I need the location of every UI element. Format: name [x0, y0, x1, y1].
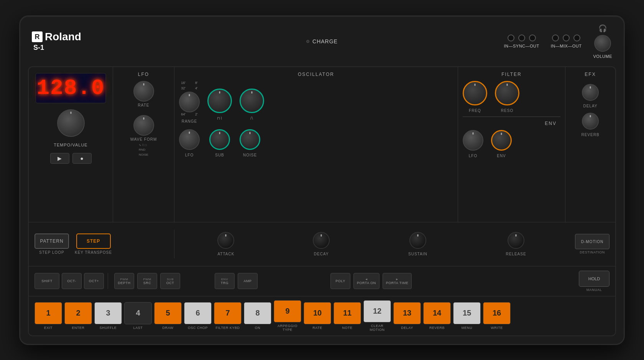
func-row: SHIFT OCT- OCT+ PWM DEPTH PWM SRC	[29, 266, 615, 296]
led-display: 128.0	[35, 73, 106, 104]
env-sustain-knob[interactable]	[409, 232, 426, 249]
osc-top: 16' 8' 32' 4' 64' 2' RANGE	[179, 81, 453, 123]
osc-wave1-knob[interactable]	[207, 89, 232, 113]
oct-minus-button[interactable]: OCT-	[62, 273, 82, 289]
env-release-knob[interactable]	[508, 232, 524, 249]
step-btn-cap-1: 1	[34, 302, 62, 324]
pwm-depth-button[interactable]: PWM DEPTH	[114, 273, 134, 289]
efx-reverb-knob[interactable]	[582, 113, 599, 130]
model-name: S-1	[33, 44, 81, 52]
step-button-2[interactable]: 2ENTER	[64, 302, 92, 330]
env-knobs-area: ATTACK DECAY SUSTAIN RELEASE	[174, 228, 569, 260]
lfo-rate-knob[interactable]	[133, 81, 154, 102]
sub-oct-button[interactable]: SUB OCT	[160, 273, 180, 289]
step-btn-cap-13: 13	[393, 302, 421, 324]
pattern-btn-wrap: PATTERN STEP LOOP	[34, 233, 69, 255]
step-button-3[interactable]: 3SHUFFLE	[94, 302, 122, 330]
volume-label: VOLUME	[593, 54, 612, 59]
efx-reverb-container: REVERB	[581, 113, 599, 137]
filter-lfo-label: LFO	[469, 154, 477, 158]
osc-range-knob[interactable]	[179, 92, 200, 112]
step-btn-label-7: FILTER KYBD	[216, 326, 240, 330]
step-button-5[interactable]: 5DRAW	[154, 302, 182, 330]
wf-rnd: RND	[139, 148, 148, 153]
osc-lfo-container: LFO	[179, 129, 200, 157]
step-button-16[interactable]: 16WRITE	[483, 302, 511, 330]
step-btn-cap-10: 10	[304, 302, 331, 324]
step-button-15[interactable]: 15MENU	[453, 302, 481, 330]
step-btn-label-5: DRAW	[162, 326, 173, 330]
waveform-label: WAVE FORM	[130, 137, 157, 141]
stop-button[interactable]: ●	[72, 153, 92, 164]
oscillator-section: OSCILLATOR 16' 8' 32' 4'	[174, 67, 458, 222]
step-button-10[interactable]: 10RATE	[304, 302, 331, 330]
osc-noise-label: NOISE	[243, 153, 257, 157]
osc-wave2-knobs: /\	[240, 89, 264, 120]
amp-button[interactable]: AMP	[238, 273, 258, 289]
play-button[interactable]: ▶	[50, 153, 69, 164]
sub-oct-label: OCT	[166, 281, 174, 285]
osc-lfo-knob[interactable]	[179, 129, 200, 150]
dmotion-button[interactable]: D-MOTION	[575, 234, 610, 249]
charge-led	[306, 40, 309, 43]
step-button-14[interactable]: 14REVERB	[423, 302, 451, 330]
step-button-8[interactable]: 8ON	[244, 302, 271, 330]
oct-plus-button[interactable]: OCT+	[84, 273, 104, 289]
dmotion-area: D-MOTION DESTINATION	[569, 234, 615, 254]
tempo-knob[interactable]	[57, 109, 85, 137]
ports-area: IN—SYNC—OUT IN—MIX—OUT 🎧 VOLUME	[504, 16, 612, 66]
shift-area: SHIFT OCT- OCT+	[34, 273, 108, 289]
hold-button[interactable]: HOLD	[579, 271, 610, 287]
efx-reverb-label: REVERB	[581, 133, 599, 137]
destination-label: DESTINATION	[580, 250, 605, 254]
osc-sub-knob[interactable]	[209, 129, 230, 150]
filter-freq-knob[interactable]	[463, 81, 487, 105]
lfo-section: LFO RATE WAVE FORM ∿ ⌇ □ RND NOISE	[113, 67, 174, 222]
porta-time-button[interactable]: ► PORTA TIME	[383, 273, 412, 289]
step-btn-label-1: EXIT	[44, 326, 53, 330]
step-btn-cap-12: 12	[363, 300, 391, 322]
pwm-src-button[interactable]: PWM SRC	[137, 273, 157, 289]
lfo-rate-container: RATE	[133, 81, 154, 107]
env-attack-container: ATTACK	[217, 232, 234, 256]
filter-reso-knob[interactable]	[495, 81, 519, 105]
step-button[interactable]: STEP	[76, 233, 111, 249]
step-btn-label-2: ENTER	[72, 326, 84, 330]
env-attack-knob[interactable]	[217, 232, 234, 249]
mix-jacks	[552, 35, 580, 41]
porta-on-button[interactable]: ◄ PORTA ON	[353, 273, 380, 289]
step-btn-cap-8: 8	[244, 302, 271, 324]
volume-knob[interactable]	[594, 35, 611, 52]
efx-delay-knob[interactable]	[582, 84, 599, 101]
shift-button[interactable]: SHIFT	[34, 273, 59, 289]
osc-noise-knob[interactable]	[240, 129, 260, 150]
filter-lfo-container: LFO	[463, 130, 483, 158]
headphone-icon: 🎧	[598, 24, 607, 33]
step-button-13[interactable]: 13DELAY	[393, 302, 421, 330]
wf-noise: NOISE	[139, 153, 148, 158]
poly-label: POLY	[335, 279, 345, 283]
env-trg-button[interactable]: ENV TRG	[215, 273, 235, 289]
filter-lfo-knob[interactable]	[463, 130, 483, 151]
osc-wave1-container: ⊓⌇	[207, 89, 232, 120]
step-button-4[interactable]: 4LAST	[124, 302, 152, 330]
step-button-7[interactable]: 7FILTER KYBD	[214, 302, 242, 330]
osc-wave2-knob[interactable]	[240, 89, 264, 113]
env-decay-knob[interactable]	[313, 232, 330, 249]
porta-on-label: PORTA ON	[357, 281, 376, 285]
pattern-button[interactable]: PATTERN	[34, 233, 69, 249]
step-button-12[interactable]: 12CLEAR MOTION	[363, 300, 391, 332]
step-button-11[interactable]: 11NOTE	[334, 302, 361, 330]
brand-area: R Roland S-1	[32, 31, 81, 52]
step-button-9[interactable]: 9ARPEGGIO TYPE	[274, 300, 301, 332]
step-button-1[interactable]: 1EXIT	[34, 302, 62, 330]
mix-jack-2	[563, 35, 570, 41]
step-btn-cap-15: 15	[453, 302, 481, 324]
brand-name: Roland	[45, 31, 81, 43]
poly-button[interactable]: POLY	[330, 273, 350, 289]
step-btn-cap-7: 7	[214, 302, 242, 324]
filter-env-knob[interactable]	[491, 130, 512, 151]
mix-port-group: IN—MIX—OUT	[551, 35, 582, 48]
step-button-6[interactable]: 6OSC CHOP	[184, 302, 212, 330]
lfo-waveform-knob[interactable]	[133, 115, 154, 136]
